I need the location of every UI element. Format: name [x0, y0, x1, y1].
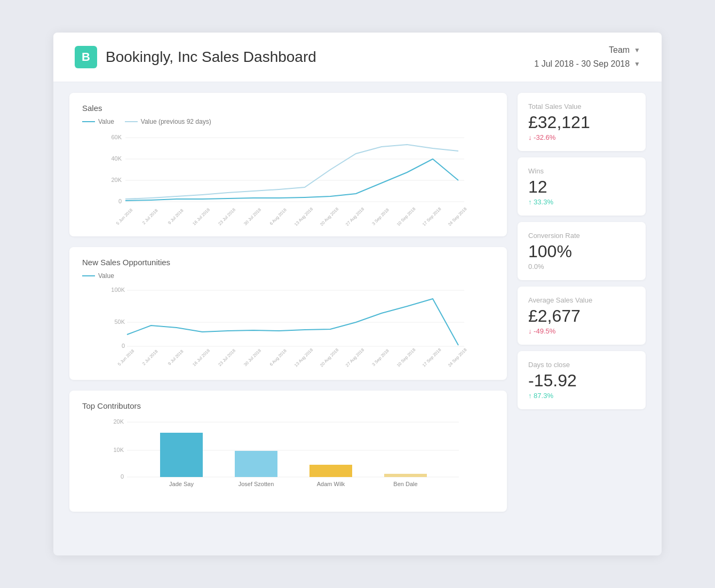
metric-total-sales: Total Sales Value £32,121 ↓ -32.6%	[518, 93, 646, 151]
opportunities-chart-title: New Sales Opportunities	[82, 258, 494, 267]
opportunities-chart-section: New Sales Opportunities Value 100K 50K 0	[69, 247, 507, 380]
svg-text:2 Jul 2018: 2 Jul 2018	[141, 349, 159, 367]
metric-conversion-value: 100%	[528, 242, 635, 261]
metrics-column: Total Sales Value £32,121 ↓ -32.6% Wins …	[518, 93, 646, 512]
metric-days-change: ↑ 87.3%	[528, 392, 635, 400]
metric-avg-sales-change: ↓ -49.5%	[528, 327, 635, 335]
metric-wins-change: ↑ 33.3%	[528, 198, 635, 206]
svg-text:6 Aug 2018: 6 Aug 2018	[269, 348, 288, 367]
metric-total-sales-value: £32,121	[528, 113, 635, 132]
metric-total-sales-label: Total Sales Value	[528, 102, 635, 110]
svg-text:100K: 100K	[111, 287, 125, 293]
date-dropdown-arrow: ▼	[634, 60, 640, 68]
svg-text:Ben Dale: Ben Dale	[393, 481, 417, 487]
logo-icon: B	[75, 46, 97, 68]
svg-text:27 Aug 2018: 27 Aug 2018	[345, 206, 366, 226]
svg-text:17 Sep 2018: 17 Sep 2018	[422, 347, 442, 368]
contributors-chart-svg: 20K 10K 0 Jade Say Josef Szotten	[82, 416, 494, 501]
sales-chart-section: Sales Value Value (previous 92 days) 60K…	[69, 93, 507, 236]
team-dropdown-arrow: ▼	[634, 46, 640, 54]
svg-text:10 Sep 2018: 10 Sep 2018	[396, 206, 417, 226]
legend-line-previous	[125, 121, 138, 122]
charts-column: Sales Value Value (previous 92 days) 60K…	[69, 93, 507, 512]
sales-chart-svg: 60K 40K 20K 0 5 Jun 2018 2 Jul 2018	[82, 130, 494, 226]
svg-text:20 Aug 2018: 20 Aug 2018	[319, 347, 340, 368]
svg-rect-50	[235, 451, 277, 477]
date-range-dropdown[interactable]: 1 Jul 2018 - 30 Sep 2018 ▼	[534, 59, 640, 69]
svg-text:16 Jul 2018: 16 Jul 2018	[192, 207, 211, 226]
svg-text:9 Jul 2018: 9 Jul 2018	[167, 208, 185, 226]
svg-text:20K: 20K	[111, 177, 122, 183]
svg-text:Adam Wilk: Adam Wilk	[317, 481, 345, 487]
svg-text:24 Sep 2018: 24 Sep 2018	[447, 347, 468, 368]
svg-rect-52	[309, 465, 352, 477]
header: B Bookingly, Inc Sales Dashboard Team ▼ …	[53, 33, 662, 82]
metric-wins-label: Wins	[528, 167, 635, 175]
svg-rect-54	[384, 474, 427, 477]
metric-total-sales-change: ↓ -32.6%	[528, 133, 635, 141]
contributors-chart-title: Top Contributors	[82, 401, 494, 410]
svg-text:0: 0	[122, 343, 125, 349]
metric-avg-sales: Average Sales Value £2,677 ↓ -49.5%	[518, 287, 646, 345]
metric-days-value: -15.92	[528, 371, 635, 391]
header-right: Team ▼ 1 Jul 2018 - 30 Sep 2018 ▼	[534, 45, 640, 69]
dashboard-wrapper: B Bookingly, Inc Sales Dashboard Team ▼ …	[53, 33, 662, 555]
svg-text:5 Jun 2018: 5 Jun 2018	[117, 348, 136, 367]
metric-conversion-change: 0.0%	[528, 263, 635, 271]
svg-text:13 Aug 2018: 13 Aug 2018	[293, 206, 314, 226]
metric-wins: Wins 12 ↑ 33.3%	[518, 157, 646, 216]
svg-text:5 Jun 2018: 5 Jun 2018	[115, 208, 134, 226]
date-range-label: 1 Jul 2018 - 30 Sep 2018	[534, 59, 630, 69]
svg-text:10 Sep 2018: 10 Sep 2018	[396, 347, 417, 368]
svg-text:3 Sep 2018: 3 Sep 2018	[371, 207, 391, 226]
svg-text:6 Aug 2018: 6 Aug 2018	[269, 207, 288, 226]
svg-text:3 Sep 2018: 3 Sep 2018	[371, 348, 391, 367]
svg-text:0: 0	[118, 198, 122, 204]
svg-text:16 Jul 2018: 16 Jul 2018	[192, 348, 211, 367]
svg-text:30 Jul 2018: 30 Jul 2018	[243, 207, 262, 226]
svg-text:0: 0	[121, 473, 124, 480]
sales-legend: Value Value (previous 92 days)	[82, 118, 494, 125]
svg-text:24 Sep 2018: 24 Sep 2018	[447, 206, 468, 226]
main-content: Sales Value Value (previous 92 days) 60K…	[53, 82, 662, 522]
opp-legend-value: Value	[82, 272, 114, 280]
legend-line-value	[82, 121, 95, 122]
metric-days-to-close: Days to close -15.92 ↑ 87.3%	[518, 351, 646, 409]
svg-text:2 Jul 2018: 2 Jul 2018	[141, 208, 159, 226]
svg-text:27 Aug 2018: 27 Aug 2018	[345, 347, 366, 368]
contributors-chart-section: Top Contributors 20K 10K 0 Jade Say	[69, 391, 507, 512]
svg-text:Jade Say: Jade Say	[169, 481, 194, 487]
svg-text:50K: 50K	[114, 319, 125, 325]
svg-text:17 Sep 2018: 17 Sep 2018	[422, 206, 442, 226]
svg-text:60K: 60K	[111, 134, 122, 140]
svg-text:9 Jul 2018: 9 Jul 2018	[167, 349, 185, 367]
sales-legend-value: Value	[82, 118, 114, 125]
metric-avg-sales-label: Average Sales Value	[528, 296, 635, 304]
sales-chart-title: Sales	[82, 104, 494, 113]
opportunities-legend: Value	[82, 272, 494, 280]
svg-text:23 Jul 2018: 23 Jul 2018	[217, 207, 236, 226]
svg-text:20K: 20K	[113, 418, 124, 425]
page-title: Bookingly, Inc Sales Dashboard	[106, 49, 316, 66]
metric-days-label: Days to close	[528, 361, 635, 369]
team-dropdown[interactable]: Team ▼	[609, 45, 640, 55]
svg-text:40K: 40K	[111, 155, 122, 162]
svg-text:13 Aug 2018: 13 Aug 2018	[293, 347, 314, 368]
svg-rect-48	[160, 433, 203, 477]
svg-text:Josef Szotten: Josef Szotten	[239, 481, 274, 487]
metric-conversion-label: Conversion Rate	[528, 232, 635, 240]
metric-avg-sales-value: £2,677	[528, 306, 635, 326]
svg-text:20 Aug 2018: 20 Aug 2018	[319, 206, 340, 226]
svg-text:30 Jul 2018: 30 Jul 2018	[243, 348, 262, 367]
header-left: B Bookingly, Inc Sales Dashboard	[75, 46, 316, 68]
sales-legend-previous: Value (previous 92 days)	[125, 118, 211, 125]
svg-text:23 Jul 2018: 23 Jul 2018	[217, 348, 236, 367]
metric-conversion: Conversion Rate 100% 0.0%	[518, 222, 646, 280]
svg-text:10K: 10K	[113, 447, 124, 453]
opportunities-chart-svg: 100K 50K 0 5 Jun 2018 2 Jul 2018 9 Jul 2…	[82, 284, 494, 369]
metric-wins-value: 12	[528, 177, 635, 197]
team-label: Team	[609, 45, 630, 55]
opp-legend-line	[82, 275, 95, 276]
